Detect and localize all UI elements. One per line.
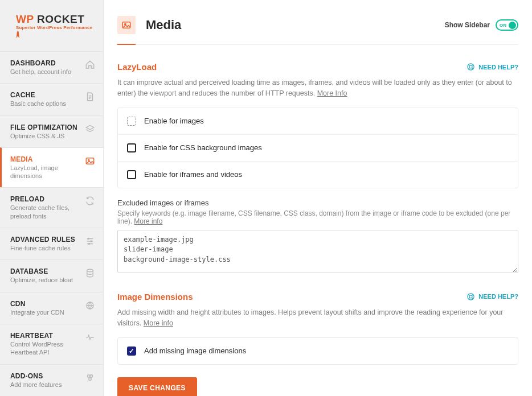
file-icon <box>85 92 95 102</box>
lifebuoy-icon <box>466 292 475 301</box>
sidebar-item-file-optimization[interactable]: FILE OPTIMIZATION Optimize CSS & JS <box>0 116 103 147</box>
nav-desc: Control WordPress Heartbeat API <box>10 340 85 357</box>
sidebar-item-cdn[interactable]: CDN Integrate your CDN <box>0 292 103 324</box>
sidebar-item-advanced-rules[interactable]: ADVANCED RULES Fine-tune cache rules <box>0 228 103 259</box>
addons-icon <box>85 373 95 383</box>
page-title: Media <box>146 18 445 32</box>
image-dimensions-description: Add missing width and height attributes … <box>117 307 518 329</box>
option-label: Enable for iframes and videos <box>144 170 242 179</box>
excluded-title: Excluded images or iframes <box>117 199 518 207</box>
image-dimensions-panel: Add missing image dimensions <box>117 337 518 365</box>
option-label: Enable for images <box>144 117 204 125</box>
svg-point-5 <box>87 270 93 273</box>
sidebar-item-dashboard[interactable]: DASHBOARD Get help, account info <box>0 51 103 83</box>
excluded-block: Excluded images or iframes Specify keywo… <box>117 199 518 275</box>
image-icon <box>85 156 95 166</box>
nav-desc: Optimize CSS & JS <box>10 132 85 140</box>
more-info-link[interactable]: More info <box>144 319 173 327</box>
nav-desc: Optimize, reduce bloat <box>10 276 85 284</box>
sliders-icon <box>85 236 95 246</box>
home-icon <box>85 60 95 70</box>
database-icon <box>85 268 95 278</box>
nav-desc: Fine-tune cache rules <box>10 244 85 252</box>
page-header: Media Show Sidebar ON <box>117 16 518 45</box>
logo-rocket: ROCKET <box>34 13 84 25</box>
sidebar-item-preload[interactable]: PRELOAD Generate cache files, preload fo… <box>0 187 103 228</box>
option-label: Enable for CSS background images <box>144 143 262 152</box>
nav-desc: Get help, account info <box>10 68 85 76</box>
need-help-link[interactable]: NEED HELP? <box>466 63 518 71</box>
svg-point-13 <box>469 65 472 68</box>
sidebar-item-media[interactable]: MEDIA LazyLoad, image dimensions <box>0 147 103 188</box>
rocket-icon <box>15 31 24 39</box>
show-sidebar-control: Show Sidebar ON <box>445 19 518 31</box>
nav-desc: Basic cache options <box>10 100 85 108</box>
nav-title: ADVANCED RULES <box>10 236 85 244</box>
excluded-textarea[interactable] <box>117 230 518 273</box>
nav-desc: LazyLoad, image dimensions <box>10 164 85 180</box>
sidebar-nav: DASHBOARD Get help, account info CACHE B… <box>0 51 103 396</box>
enable-iframes-videos-option[interactable]: Enable for iframes and videos <box>118 162 518 188</box>
nav-title: HEARTBEAT <box>10 332 85 340</box>
sidebar-item-cache[interactable]: CACHE Basic cache options <box>0 83 103 115</box>
option-label: Add missing image dimensions <box>144 346 246 355</box>
checkbox-indeterminate[interactable] <box>127 117 136 126</box>
checkbox-unchecked[interactable] <box>127 143 136 152</box>
nav-title: DASHBOARD <box>10 59 85 67</box>
nav-title: PRELOAD <box>10 195 85 203</box>
more-info-link[interactable]: More Info <box>317 89 347 97</box>
toggle-state: ON <box>500 23 506 28</box>
svg-point-15 <box>469 295 472 298</box>
toggle-knob <box>509 22 516 29</box>
nav-title: CDN <box>10 300 85 308</box>
svg-point-8 <box>90 374 93 377</box>
need-help-link[interactable]: NEED HELP? <box>466 292 518 301</box>
checkbox-unchecked[interactable] <box>127 170 136 179</box>
page-icon <box>117 16 136 34</box>
save-changes-button[interactable]: SAVE CHANGES <box>117 377 197 397</box>
main-content: Media Show Sidebar ON LazyLoad NEED HELP… <box>104 0 532 396</box>
lazyload-options-panel: Enable for images Enable for CSS backgro… <box>117 108 518 188</box>
add-missing-image-dimensions-option[interactable]: Add missing image dimensions <box>118 338 518 364</box>
nav-desc: Add more features <box>10 381 85 389</box>
svg-point-7 <box>88 374 91 377</box>
nav-title: MEDIA <box>10 155 85 163</box>
nav-title: FILE OPTIMIZATION <box>10 123 85 131</box>
lazyload-title: LazyLoad <box>117 62 466 72</box>
image-dimensions-title: Image Dimensions <box>117 292 466 302</box>
layers-icon <box>85 124 95 134</box>
show-sidebar-label: Show Sidebar <box>445 21 490 29</box>
image-icon <box>121 20 132 30</box>
need-help-label: NEED HELP? <box>478 293 518 300</box>
svg-point-4 <box>88 243 89 244</box>
image-dimensions-section: Image Dimensions NEED HELP? Add missing … <box>117 292 518 365</box>
svg-point-2 <box>88 238 89 239</box>
refresh-icon <box>85 196 95 206</box>
sidebar: WP ROCKET Superior WordPress Performance… <box>0 0 104 396</box>
globe-icon <box>85 300 95 311</box>
more-info-link[interactable]: More info <box>134 217 162 225</box>
nav-title: ADD-ONS <box>10 372 85 380</box>
lifebuoy-icon <box>466 63 475 71</box>
checkbox-checked[interactable] <box>127 346 136 356</box>
svg-point-3 <box>91 241 92 242</box>
show-sidebar-toggle[interactable]: ON <box>496 19 518 31</box>
nav-desc: Generate cache files, preload fonts <box>10 204 85 220</box>
nav-desc: Integrate your CDN <box>10 308 85 316</box>
lazyload-section: LazyLoad NEED HELP? It can improve actua… <box>117 62 518 275</box>
lazyload-description: It can improve actual and perceived load… <box>117 77 518 100</box>
logo-wp: WP <box>16 13 34 25</box>
svg-point-9 <box>89 378 92 381</box>
sidebar-item-addons[interactable]: ADD-ONS Add more features <box>0 364 103 396</box>
heartbeat-icon <box>85 332 95 343</box>
sidebar-item-heartbeat[interactable]: HEARTBEAT Control WordPress Heartbeat AP… <box>0 324 103 364</box>
nav-title: DATABASE <box>10 267 85 275</box>
logo-tagline: Superior WordPress Performance <box>16 25 93 30</box>
need-help-label: NEED HELP? <box>478 64 518 71</box>
nav-title: CACHE <box>10 91 85 99</box>
excluded-hint: Specify keywords (e.g. image filename, C… <box>117 209 518 225</box>
sidebar-item-database[interactable]: DATABASE Optimize, reduce bloat <box>0 259 103 291</box>
brand-logo: WP ROCKET Superior WordPress Performance <box>0 0 103 51</box>
enable-css-background-images-option[interactable]: Enable for CSS background images <box>118 135 518 162</box>
enable-for-images-option[interactable]: Enable for images <box>118 108 518 135</box>
